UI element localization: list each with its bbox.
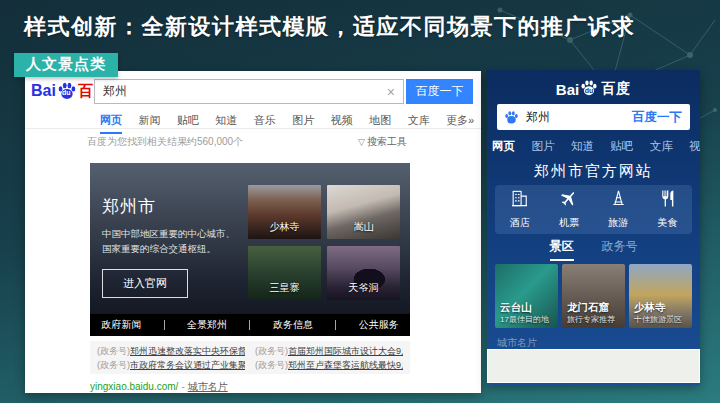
scenic-name: 龙门石窟 <box>567 301 609 315</box>
search-button[interactable]: 百度一下 <box>406 79 473 104</box>
mobile-serp-panel: Bai du 百度 郑州 百度一下 网页 图片 知道 贴吧 文库 视频 新闻 郑… <box>487 70 700 385</box>
footer-link-gov-info[interactable]: 政务信息 <box>273 318 313 332</box>
quick-action-label: 旅游 <box>608 216 628 230</box>
mobile-search-button[interactable]: 百度一下 <box>632 109 682 126</box>
brand-zone-card: 郑州市 中国中部地区重要的中心城市、国家重要的综合交通枢纽。 进入官网 少林寺 … <box>90 163 410 336</box>
scenic-subtitle: 旅行专家推荐 <box>567 314 615 325</box>
food-icon <box>658 189 677 212</box>
tab-zhidao[interactable]: 知道 <box>571 139 594 158</box>
mobile-tab-bar: 网页 图片 知道 贴吧 文库 视频 新闻 <box>492 136 700 158</box>
tab-images[interactable]: 图片 <box>531 139 554 158</box>
news-link[interactable]: (政务号)郑州迅速整改落实中央环保督察意见 <box>97 345 245 356</box>
tab-wenku[interactable]: 文库 <box>408 113 430 132</box>
tab-video[interactable]: 视频 <box>689 139 700 158</box>
tab-zhidao[interactable]: 知道 <box>215 113 237 132</box>
tab-music[interactable]: 音乐 <box>254 113 276 132</box>
enter-site-button[interactable]: 进入官网 <box>102 269 188 298</box>
results-count: 百度为您找到相关结果约560,000个 <box>87 135 243 149</box>
category-badge: 人文景点类 <box>14 53 118 77</box>
logo-text-bai: Bai <box>556 81 579 98</box>
filter-icon: ▽ <box>358 137 365 147</box>
quick-action-label: 酒店 <box>510 216 530 230</box>
divider <box>164 320 165 330</box>
search-tools-link[interactable]: ▽搜索工具 <box>358 135 407 149</box>
news-prefix: (政务号) <box>97 346 130 356</box>
quick-action-travel[interactable]: 旅游 <box>594 189 643 230</box>
tab-images[interactable]: 图片 <box>292 113 314 132</box>
flight-icon <box>559 189 578 212</box>
tab-tieba[interactable]: 贴吧 <box>610 139 633 158</box>
card-footer-links: 政府新闻 全景郑州 政务信息 公共服务 <box>90 314 410 336</box>
scenic-name: 少林寺 <box>634 301 666 315</box>
news-link[interactable]: (政务号)市政府常务会议通过产业集聚区建设 <box>97 359 245 370</box>
baidu-paw-icon <box>504 110 519 125</box>
search-input[interactable]: 郑州 × <box>94 79 404 104</box>
results-meta-row: 百度为您找到相关结果约560,000个 ▽搜索工具 <box>87 135 407 149</box>
news-link[interactable]: (政务号)首届郑州国际城市设计大会9月举行 <box>255 345 403 356</box>
divider <box>249 320 250 330</box>
scenic-card-longmen-grottoes[interactable]: 龙门石窟 旅行专家推荐 <box>562 264 625 328</box>
quick-action-hotel[interactable]: 酒店 <box>495 189 544 230</box>
scenic-card-yuntaishan[interactable]: 云台山 17最佳目的地 <box>495 264 558 328</box>
card-description: 中国中部地区重要的中心城市、国家重要的综合交通枢纽。 <box>102 226 244 256</box>
photo-label: 少林寺 <box>248 220 321 234</box>
tab-scenic-areas[interactable]: 景区 <box>550 238 574 261</box>
divider <box>335 320 336 330</box>
logo-text-bai: Bai <box>31 82 56 100</box>
search-query-text: 郑州 <box>103 83 387 100</box>
logo-text-du: du <box>62 89 71 96</box>
photo-tianye-cave[interactable]: 天爷洞 <box>327 246 400 300</box>
source-url[interactable]: yingxiao.baidu.com/ <box>90 381 178 392</box>
photo-label: 嵩山 <box>327 220 400 234</box>
section-tab-bar: 景区 政务号 <box>487 238 700 261</box>
footer-link-gov-news[interactable]: 政府新闻 <box>101 318 141 332</box>
tab-tieba[interactable]: 贴吧 <box>177 113 199 132</box>
tab-wenku[interactable]: 文库 <box>650 139 673 158</box>
clear-icon[interactable]: × <box>387 84 395 100</box>
baidu-paw-icon: du <box>580 79 600 99</box>
footer-link-panorama[interactable]: 全景郑州 <box>187 318 227 332</box>
desktop-serp-panel: Bai du 百度 郑州 × 百度一下 网页 新闻 贴吧 知道 音乐 图片 视频… <box>25 71 481 393</box>
page-title: 样式创新：全新设计样式模版，适应不同场景下的推广诉求 <box>24 12 635 42</box>
tab-webpage[interactable]: 网页 <box>100 113 122 134</box>
news-link[interactable]: (政务号)郑州至卢森堡客运航线最快9月开通 <box>255 359 403 370</box>
tab-video[interactable]: 视频 <box>331 113 353 132</box>
scenic-subtitle: 十佳旅游景区 <box>634 314 682 325</box>
logo-text-chinese: 百度 <box>601 80 631 98</box>
card-info-block: 郑州市 中国中部地区重要的中心城市、国家重要的综合交通枢纽。 进入官网 <box>102 195 244 298</box>
tower-icon <box>609 189 628 212</box>
city-card-section-label: 城市名片 <box>497 336 537 350</box>
photo-mount-song[interactable]: 嵩山 <box>327 185 400 239</box>
serp-tab-bar: 网页 新闻 贴吧 知道 音乐 图片 视频 地图 文库 更多» <box>25 110 481 129</box>
search-tools-label: 搜索工具 <box>367 136 407 147</box>
tab-news[interactable]: 新闻 <box>138 113 160 132</box>
news-prefix: (政务号) <box>255 360 288 370</box>
baidu-paw-icon: du <box>57 81 77 101</box>
result-source-line: yingxiao.baidu.com/-城市名片 <box>90 380 228 394</box>
footer-link-public-service[interactable]: 公共服务 <box>359 318 399 332</box>
mobile-search-bar[interactable]: 郑州 百度一下 <box>497 104 690 130</box>
card-photo-grid: 少林寺 嵩山 三皇寨 天爷洞 <box>248 185 400 300</box>
photo-shaolin-temple[interactable]: 少林寺 <box>248 185 321 239</box>
scenic-subtitle: 17最佳目的地 <box>500 314 549 325</box>
search-query-text: 郑州 <box>526 109 632 126</box>
scenic-name: 云台山 <box>500 301 532 315</box>
tab-webpage[interactable]: 网页 <box>492 139 515 158</box>
quick-action-label: 美食 <box>657 216 677 230</box>
source-label-link[interactable]: 城市名片 <box>188 381 228 392</box>
quick-action-flight[interactable]: 机票 <box>544 189 593 230</box>
official-site-title: 郑州市官方网站 <box>487 162 700 181</box>
tab-map[interactable]: 地图 <box>369 113 391 132</box>
scenic-card-shaolin-temple[interactable]: 少林寺 十佳旅游景区 <box>629 264 692 328</box>
photo-label: 天爷洞 <box>327 281 400 295</box>
separator: - <box>181 381 184 392</box>
tab-more[interactable]: 更多» <box>446 113 474 132</box>
tab-gov-account[interactable]: 政务号 <box>602 238 638 261</box>
photo-sanhuangzhai[interactable]: 三皇寨 <box>248 246 321 300</box>
baidu-logo-mobile[interactable]: Bai du 百度 <box>487 79 700 99</box>
quick-action-food[interactable]: 美食 <box>643 189 692 230</box>
card-title: 郑州市 <box>102 195 244 218</box>
bottom-card-placeholder <box>487 349 700 383</box>
quick-actions-box: 酒店 机票 旅游 美食 <box>495 185 692 234</box>
quick-action-label: 机票 <box>559 216 579 230</box>
